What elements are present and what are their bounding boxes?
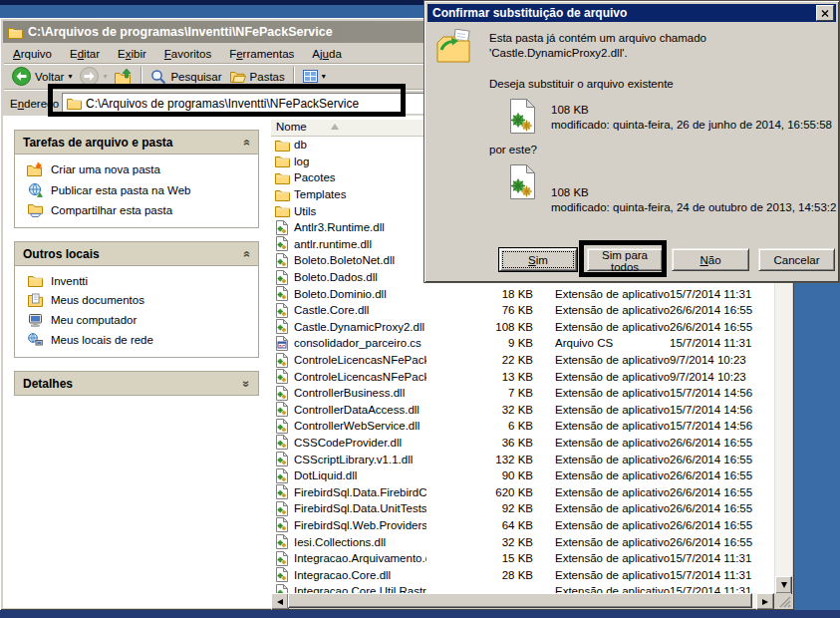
menu-item-ferramentas[interactable]: Ferramentas bbox=[220, 46, 303, 62]
file-name: FirebirdSql.Data.FirebirdClient... bbox=[294, 486, 426, 498]
task-item[interactable]: Inventti bbox=[15, 271, 258, 290]
file-name: Integracao.Core.dll bbox=[294, 569, 391, 581]
panel-header[interactable]: Outros locais» bbox=[15, 242, 258, 265]
file-size: 6 KB bbox=[426, 420, 543, 432]
task-item[interactable]: Criar uma nova pasta bbox=[15, 159, 258, 179]
task-item[interactable]: Meus documentos bbox=[15, 290, 258, 310]
task-item[interactable]: Meus locais de rede bbox=[15, 330, 258, 350]
file-row[interactable]: CSSCodeProvider.dll36 KBExtensão de apli… bbox=[271, 435, 767, 452]
dll-icon bbox=[274, 286, 290, 301]
file-row[interactable]: ControleLicencasNFePack.Co...22 KBExtens… bbox=[271, 352, 767, 369]
cancel-button[interactable]: Cancelar bbox=[758, 248, 835, 271]
dll-icon bbox=[274, 386, 290, 401]
replacement-file-modified: modificado: quinta-feira, 24 de outubro … bbox=[551, 201, 836, 213]
file-name: Castle.Core.dll bbox=[294, 304, 369, 316]
panel-header[interactable]: Tarefas de arquivo e pasta» bbox=[15, 131, 258, 154]
file-row[interactable]: ControleLicencasNFePack.Co...13 KBExtens… bbox=[271, 368, 767, 385]
menu-item-exibir[interactable]: Exibir bbox=[109, 46, 155, 62]
panel-title: Outros locais bbox=[23, 247, 100, 261]
file-name: log bbox=[294, 155, 309, 167]
file-name: ControllerDataAccess.dll bbox=[294, 404, 420, 416]
file-date: 26/6/2014 16:55 bbox=[670, 519, 767, 531]
chevron-up-icon: » bbox=[240, 140, 254, 147]
file-date: 15/7/2014 11:31 bbox=[670, 569, 767, 581]
file-type: Extensão de aplicativo bbox=[543, 536, 670, 548]
menu-item-label: rquivo bbox=[21, 48, 52, 60]
menu-item-label: E bbox=[70, 48, 78, 60]
no-button[interactable]: Não bbox=[672, 248, 749, 271]
file-row[interactable]: ControllerBusiness.dll7 KBExtensão de ap… bbox=[271, 385, 767, 402]
new-folder-icon bbox=[27, 162, 43, 176]
file-type: Extensão de aplicativo bbox=[543, 437, 670, 449]
menu-item-label: ibir bbox=[131, 48, 145, 60]
chevron-down-icon: » bbox=[240, 381, 254, 388]
file-row[interactable]: consolidador_parceiro.cs9 KBArquivo CS15… bbox=[271, 335, 767, 352]
file-row[interactable]: Boleto.Dominio.dll18 KBExtensão de aplic… bbox=[271, 285, 767, 302]
menu-item-editar[interactable]: Editar bbox=[61, 46, 109, 62]
horizontal-scrollbar[interactable] bbox=[271, 593, 774, 608]
file-name: Templates bbox=[294, 188, 346, 200]
file-row[interactable]: Castle.Core.dll76 KBExtensão de aplicati… bbox=[271, 302, 767, 319]
yes-button[interactable]: Sim bbox=[499, 248, 577, 271]
file-row[interactable]: FirebirdSql.Web.Providers.dll64 KBExtens… bbox=[271, 517, 767, 534]
file-row[interactable]: Integracao.Core.dll28 KBExtensão de apli… bbox=[271, 566, 767, 583]
file-size: 76 KB bbox=[426, 304, 543, 316]
column-header-label: Nome bbox=[276, 121, 307, 133]
file-row[interactable]: DotLiquid.dll90 KBExtensão de aplicativo… bbox=[271, 467, 767, 484]
file-row[interactable]: CSScriptLibrary.v1.1.dll132 KBExtensão d… bbox=[271, 451, 767, 467]
search-button[interactable]: Pesquisar bbox=[146, 68, 225, 86]
up-button[interactable] bbox=[111, 68, 137, 86]
panel-title: Detalhes bbox=[23, 377, 73, 391]
file-date: 15/7/2014 11:31 bbox=[670, 552, 767, 564]
scroll-down-button[interactable] bbox=[775, 576, 792, 594]
menu-item-ajuda[interactable]: Ajuda bbox=[303, 46, 350, 62]
menu-item-arquivo[interactable]: Arquivo bbox=[4, 46, 61, 62]
task-pane: Tarefas de arquivo e pasta»Criar uma nov… bbox=[3, 116, 271, 608]
folder-icon bbox=[274, 154, 290, 167]
file-date: 26/6/2014 16:55 bbox=[670, 502, 767, 514]
dll-icon bbox=[274, 270, 290, 285]
publish-web-icon bbox=[27, 182, 43, 197]
task-item[interactable]: Meu computador bbox=[15, 310, 258, 330]
task-item[interactable]: Publicar esta pasta na Web bbox=[15, 179, 258, 200]
column-header-name[interactable]: Nome bbox=[271, 119, 426, 135]
back-label: Voltar bbox=[35, 71, 64, 83]
back-icon bbox=[12, 67, 31, 86]
back-dropdown-caret[interactable]: ▾ bbox=[68, 73, 72, 81]
file-row[interactable]: Integracao.Arquivamento.dll15 KBExtensão… bbox=[271, 550, 767, 567]
menu-item-label: E bbox=[118, 48, 126, 60]
views-button[interactable]: ▾ bbox=[299, 69, 330, 84]
file-row[interactable]: Castle.DynamicProxy2.dll108 KBExtensão d… bbox=[271, 319, 767, 336]
file-size: 7 KB bbox=[426, 387, 543, 399]
search-icon bbox=[150, 69, 166, 85]
file-size: 90 KB bbox=[426, 469, 543, 481]
forward-dropdown-caret[interactable]: ▾ bbox=[103, 73, 107, 81]
close-icon[interactable] bbox=[816, 5, 834, 21]
task-item[interactable]: Compartilhar esta pasta bbox=[15, 200, 258, 220]
scroll-right-button[interactable] bbox=[756, 593, 774, 610]
views-dropdown-caret[interactable]: ▾ bbox=[322, 73, 326, 81]
scroll-left-button[interactable] bbox=[271, 593, 289, 610]
folders-button[interactable]: Pastas bbox=[226, 69, 289, 84]
file-row[interactable]: FirebirdSql.Data.UnitTests.dll92 KBExten… bbox=[271, 500, 767, 517]
folders-label: Pastas bbox=[250, 71, 285, 83]
file-row[interactable]: ControllerDataAccess.dll32 KBExtensão de… bbox=[271, 402, 767, 419]
file-type: Extensão de aplicativo bbox=[543, 454, 670, 465]
menu-item-favoritos[interactable]: Favoritos bbox=[155, 46, 220, 62]
file-size: 28 KB bbox=[426, 569, 543, 581]
file-date: 26/6/2014 16:55 bbox=[670, 321, 767, 333]
file-name: ControllerBusiness.dll bbox=[294, 387, 405, 399]
file-row[interactable]: FirebirdSql.Data.FirebirdClient...620 KB… bbox=[271, 483, 767, 500]
file-row[interactable]: Iesi.Collections.dll32 KBExtensão de apl… bbox=[271, 533, 767, 550]
file-date: 15/7/2014 11:31 bbox=[670, 288, 767, 300]
file-row[interactable]: Integracao.Core.Util.Rastread...Extensão… bbox=[271, 583, 767, 593]
dll-icon bbox=[274, 517, 290, 532]
file-size: 18 KB bbox=[426, 288, 543, 300]
horizontal-scrollbar-thumb[interactable] bbox=[288, 593, 752, 608]
dll-icon bbox=[274, 501, 290, 516]
panel-header[interactable]: Detalhes» bbox=[15, 372, 258, 395]
file-name: ControllerWebService.dll bbox=[294, 420, 420, 432]
dialog-question-existing: Deseja substituir o arquivo existente bbox=[489, 78, 674, 90]
file-type: Extensão de aplicativo bbox=[543, 502, 670, 514]
file-row[interactable]: ControllerWebService.dll6 KBExtensão de … bbox=[271, 418, 767, 435]
